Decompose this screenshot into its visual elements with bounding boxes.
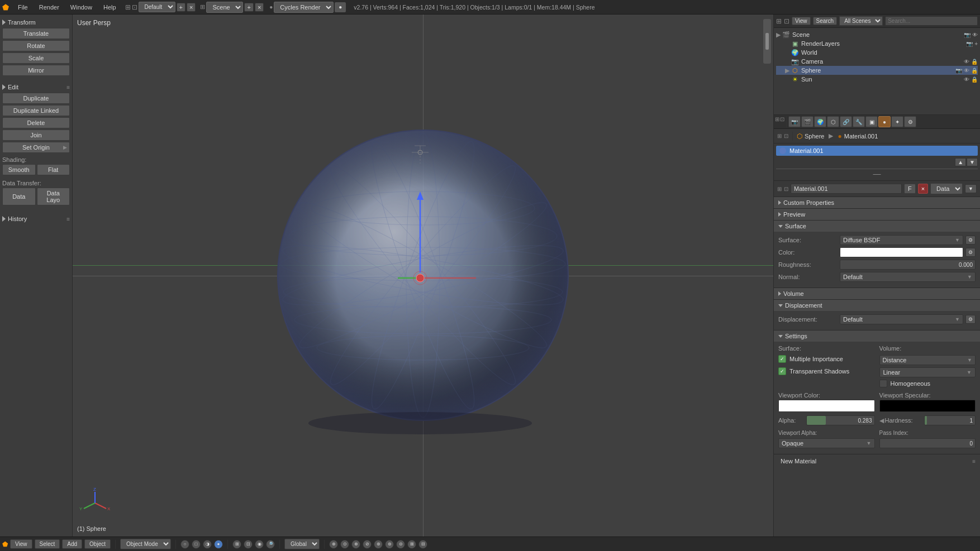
normal-value[interactable]: Default <box>840 272 976 282</box>
roughness-slider[interactable]: 0.000 <box>840 260 976 270</box>
set-origin-button[interactable]: Set Origin ▶ <box>2 142 70 153</box>
duplicate-button[interactable]: Duplicate <box>2 93 70 104</box>
scene-add[interactable]: + <box>244 3 253 12</box>
pivot-selector[interactable]: Global <box>284 539 320 549</box>
tree-item-scene[interactable]: ▶ 🎬 Scene 📷 👁 <box>776 30 978 39</box>
shading-mat-btn[interactable]: ● <box>214 540 223 549</box>
tree-item-sun[interactable]: ☀ Sun 👁 🔒 <box>776 75 978 84</box>
viewport-alpha-value[interactable]: Opaque <box>778 438 875 448</box>
overlay-btn4[interactable]: 🔎 <box>266 540 275 549</box>
volume-value[interactable]: Distance <box>879 355 976 365</box>
pass-index-slider[interactable]: 0 <box>879 438 976 448</box>
scene-props-btn[interactable]: 🎬 <box>801 116 814 127</box>
outliner-search-btn[interactable]: Search <box>813 17 838 25</box>
color-settings-icon[interactable]: ⚙ <box>965 248 976 257</box>
add-menu-btn[interactable]: Add <box>62 539 82 549</box>
render-engine[interactable]: Cycles Render <box>274 2 334 13</box>
edit-menu-icon[interactable]: ≡ <box>66 84 70 90</box>
overlay-btn2[interactable]: ⊡ <box>244 540 253 549</box>
new-mat-menu[interactable]: ≡ <box>972 458 976 464</box>
workspace-add[interactable]: + <box>177 3 185 12</box>
surface-settings-icon[interactable]: ⚙ <box>965 236 976 245</box>
material-props-btn[interactable]: ● <box>878 116 891 127</box>
mode-selector[interactable]: Object Mode <box>120 539 171 549</box>
menu-window[interactable]: Window <box>66 3 97 12</box>
snap-btn9[interactable]: ⊟ <box>418 540 427 549</box>
rotate-button[interactable]: Rotate <box>2 40 70 51</box>
snap-btn8[interactable]: ⊞ <box>407 540 416 549</box>
tree-item-camera[interactable]: 📷 Camera 👁 🔒 <box>776 57 978 66</box>
data-button[interactable]: Data <box>2 188 36 205</box>
history-header[interactable]: History ≡ <box>2 215 70 222</box>
mat-name-input[interactable] <box>791 184 902 194</box>
mat-data-select[interactable]: Data <box>930 183 963 194</box>
outliner-dropdown[interactable]: All Scenes <box>839 16 883 26</box>
shading-solid-btn[interactable]: ○ <box>180 540 189 549</box>
menu-file[interactable]: File <box>13 3 32 12</box>
settings-header[interactable]: Settings <box>774 330 980 342</box>
surface-type-value[interactable]: Diffuse BSDF <box>840 235 963 245</box>
linear-value[interactable]: Linear ▼ <box>879 367 976 377</box>
multiple-importance-checkbox[interactable] <box>778 355 786 363</box>
object-props-btn[interactable]: ⬡ <box>827 116 839 127</box>
mat-x-button[interactable]: × <box>918 184 928 194</box>
preview-header[interactable]: Preview <box>774 209 980 220</box>
shading-tex-btn[interactable]: ◑ <box>203 540 212 549</box>
viewport-color-box[interactable] <box>778 400 875 412</box>
mirror-button[interactable]: Mirror <box>2 65 70 76</box>
custom-props-header[interactable]: Custom Properties <box>774 197 980 208</box>
displacement-header[interactable]: Displacement <box>774 300 980 311</box>
data-layo-button[interactable]: Data Layo <box>37 188 70 205</box>
shading-wire-btn[interactable]: □ <box>192 540 201 549</box>
render-props-btn[interactable]: 📷 <box>788 116 801 127</box>
delete-button[interactable]: Delete <box>2 117 70 128</box>
transform-header[interactable]: Transform <box>2 19 70 26</box>
view-menu-btn[interactable]: View <box>10 539 32 549</box>
scene-selector[interactable]: Scene <box>206 2 243 13</box>
menu-help[interactable]: Help <box>99 3 121 12</box>
mat-list-scroll-up[interactable]: ▲ <box>955 158 966 166</box>
physics-props-btn[interactable]: ⚙ <box>904 116 916 127</box>
modifier-props-btn[interactable]: 🔧 <box>853 116 865 127</box>
flat-button[interactable]: Flat <box>37 164 70 175</box>
particles-props-btn[interactable]: ✦ <box>891 116 903 127</box>
viewport-specular-box[interactable] <box>879 400 976 412</box>
workspace-close[interactable]: × <box>187 3 196 12</box>
displacement-value[interactable]: Default <box>840 314 963 324</box>
color-value[interactable] <box>840 247 963 257</box>
tree-item-renderlayers[interactable]: ▣ RenderLayers 📷 + <box>776 39 978 48</box>
snap-btn6[interactable]: ⊚ <box>385 540 394 549</box>
transparent-shadows-checkbox[interactable] <box>778 367 786 375</box>
snap-btn4[interactable]: ⊘ <box>363 540 372 549</box>
surface-header[interactable]: Surface <box>774 221 980 232</box>
smooth-button[interactable]: Smooth <box>2 164 36 175</box>
snap-btn7[interactable]: ⊝ <box>396 540 405 549</box>
select-menu-btn[interactable]: Select <box>35 539 60 549</box>
volume-header[interactable]: Volume <box>774 288 980 299</box>
overlay-btn3[interactable]: ◉ <box>255 540 264 549</box>
new-material-header[interactable]: New Material ≡ <box>778 458 976 464</box>
scene-close[interactable]: × <box>255 3 264 12</box>
edit-header[interactable]: Edit ≡ <box>2 84 70 90</box>
menu-render[interactable]: Render <box>35 3 64 12</box>
mat-list-scroll-down[interactable]: ▼ <box>967 158 978 166</box>
join-button[interactable]: Join <box>2 130 70 141</box>
world-props-btn[interactable]: 🌍 <box>814 116 826 127</box>
history-menu-icon[interactable]: ≡ <box>66 216 70 222</box>
snap-btn1[interactable]: ⊕ <box>329 540 338 549</box>
snap-btn5[interactable]: ⊛ <box>374 540 383 549</box>
duplicate-linked-button[interactable]: Duplicate Linked <box>2 105 70 116</box>
breadcrumb-mat-name[interactable]: Material.001 <box>844 133 878 140</box>
material-list-item[interactable]: Material.001 <box>776 146 978 156</box>
snap-btn2[interactable]: ⊙ <box>340 540 349 549</box>
snap-btn3[interactable]: ⊗ <box>351 540 360 549</box>
disp-settings-icon[interactable]: ⚙ <box>965 315 976 324</box>
overlay-btn1[interactable]: ⊞ <box>232 540 241 549</box>
tree-item-sphere[interactable]: ▶ ⬡ Sphere 📷 👁 🔒 <box>776 66 978 75</box>
data-props-btn[interactable]: ▣ <box>865 116 878 127</box>
outliner-search-input[interactable] <box>885 16 978 26</box>
viewport[interactable]: User Persp <box>73 15 773 536</box>
breadcrumb-sphere-name[interactable]: Sphere <box>805 133 824 140</box>
homogeneous-checkbox[interactable] <box>879 380 887 387</box>
workspace-selector[interactable]: Default <box>139 2 175 12</box>
